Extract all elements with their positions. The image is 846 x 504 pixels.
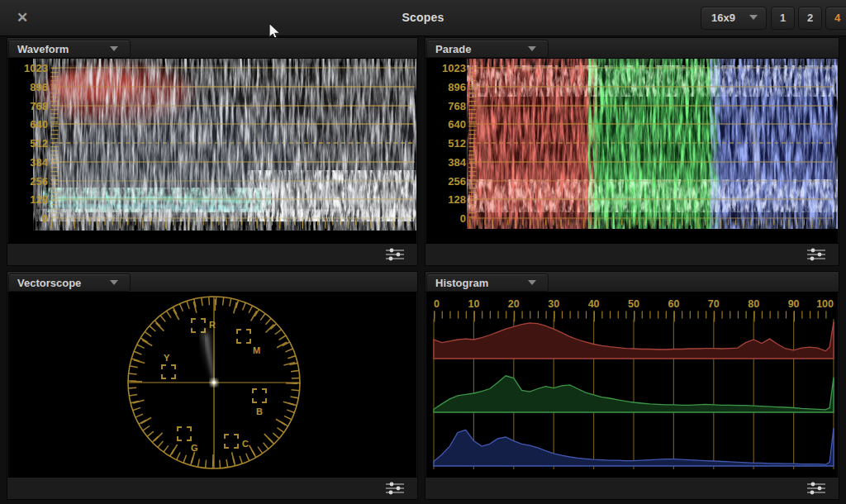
sliders-icon [381,480,409,497]
vectorscope-trace [201,330,218,387]
chevron-down-icon [749,15,758,20]
parade-tick-256: 256 [448,175,466,188]
chevron-down-icon [110,280,118,285]
vectorscope-target-b: B [256,407,263,416]
sliders-icon [802,246,830,263]
waveform-tick-512: 512 [30,137,48,150]
chevron-down-icon [528,46,536,51]
waveform-tick-384: 384 [30,156,48,169]
waveform-type-dropdown[interactable]: Waveform [8,40,131,58]
waveform-tick-0: 0 [42,212,48,225]
hist-tick-0: 0 [434,298,440,310]
histogram-plot: 0 10 20 30 40 50 60 70 80 90 100 [426,292,838,477]
sliders-icon [802,480,830,497]
waveform-tick-640: 640 [30,118,48,131]
histogram-settings-button[interactable] [802,480,830,497]
hist-tick-50: 50 [628,298,639,310]
vectorscope-target-y: Y [164,353,170,363]
histogram-type-dropdown[interactable]: Histogram [426,273,549,292]
vectorscope-scope: R M Y B G C [8,292,416,477]
vectorscope-settings-button[interactable] [381,480,409,497]
layout-1-button[interactable]: 1 [771,7,795,30]
parade-tick-128: 128 [448,193,466,206]
histogram-footer [425,477,839,499]
chevron-down-icon [528,280,536,285]
vectorscope-panel: Vectorscope [7,271,418,500]
hist-tick-40: 40 [588,298,600,310]
parade-scope: 1023 896 768 640 512 384 256 128 0 [426,59,838,243]
parade-header: Parade [425,38,839,59]
vectorscope-target-m: M [253,345,260,355]
chevron-down-icon [110,46,118,51]
title-bar: ✕ Scopes 16x9 1 2 4 [0,0,846,36]
scopes-window: ✕ Scopes 16x9 1 2 4 Waveform [0,0,846,504]
histogram-panel: Histogram 0 10 20 30 40 50 60 70 80 90 [425,271,839,500]
parade-tick-896: 896 [448,81,466,93]
waveform-dropdown-label: Waveform [17,43,69,55]
parade-settings-button[interactable] [802,246,830,263]
hist-tick-100: 100 [816,298,834,310]
parade-tick-0: 0 [460,212,466,225]
parade-tick-640: 640 [448,118,466,131]
vectorscope-target-r: R [209,320,216,330]
layout-4-button[interactable]: 4 [825,7,846,30]
vectorscope-target-g: G [191,443,198,453]
vectorscope-header: Vectorscope [7,272,417,292]
parade-panel: Parade [425,37,839,266]
layout-2-button[interactable]: 2 [798,7,822,30]
aspect-ratio-value: 16x9 [711,12,735,24]
waveform-tick-128: 128 [30,193,48,206]
hist-tick-70: 70 [708,298,720,310]
hist-tick-90: 90 [788,298,800,310]
hist-tick-10: 10 [468,298,479,310]
waveform-settings-button[interactable] [381,246,409,263]
histogram-header: Histogram [425,272,839,292]
vectorscope-footer [7,477,417,499]
hist-tick-80: 80 [748,298,759,310]
vectorscope-dropdown-label: Vectorscope [17,277,81,289]
parade-dropdown-label: Parade [435,43,471,55]
histogram-scope: 0 10 20 30 40 50 60 70 80 90 100 [426,292,838,477]
parade-tick-512: 512 [448,137,466,150]
parade-tick-768: 768 [448,100,466,112]
parade-tick-1023: 1023 [442,62,466,74]
waveform-footer [7,243,417,265]
waveform-panel: Waveform [7,37,418,266]
parade-type-dropdown[interactable]: Parade [426,40,549,58]
vectorscope-type-dropdown[interactable]: Vectorscope [8,273,131,292]
waveform-tick-768: 768 [30,100,48,112]
waveform-scope: 1023 896 768 640 512 384 256 128 0 [8,59,416,243]
hist-tick-20: 20 [508,298,520,310]
vectorscope-target-c: C [242,439,249,449]
waveform-tick-1023: 1023 [24,62,48,74]
parade-tick-384: 384 [448,156,466,169]
parade-footer [425,243,839,265]
hist-tick-60: 60 [668,298,679,310]
sliders-icon [381,246,409,263]
histogram-dropdown-label: Histogram [435,277,488,289]
waveform-tick-896: 896 [30,81,48,93]
aspect-ratio-select[interactable]: 16x9 [701,7,767,30]
waveform-tick-256: 256 [30,175,48,188]
waveform-header: Waveform [7,38,417,59]
hist-tick-30: 30 [548,298,559,310]
